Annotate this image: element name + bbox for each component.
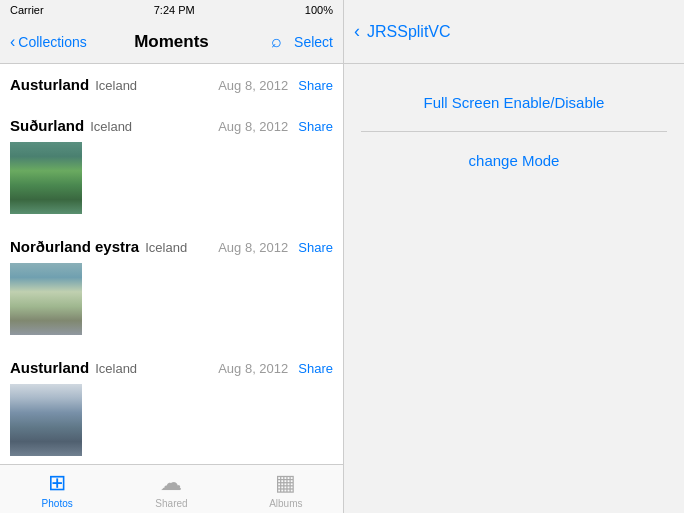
left-panel: Carrier 7:24 PM 100% ‹ Collections Momen…: [0, 0, 344, 513]
moment-group-2: Suðurland Iceland Aug 8, 2012 Share: [0, 105, 343, 226]
moment-group-1: Austurland Iceland Aug 8, 2012 Share: [0, 64, 343, 105]
moment-meta-1: Aug 8, 2012 Share: [218, 78, 333, 93]
battery-label: 100%: [305, 4, 333, 16]
shared-icon: ☁: [160, 470, 182, 496]
moment-region-4: Austurland: [10, 359, 89, 376]
chevron-left-icon: ‹: [10, 33, 15, 51]
right-back-button[interactable]: ‹ JRSSplitVC: [354, 21, 451, 42]
carrier-label: Carrier: [10, 4, 44, 16]
moment-location-1: Austurland Iceland: [10, 76, 137, 93]
moment-region-1: Austurland: [10, 76, 89, 93]
right-panel: ‹ JRSSplitVC Full Screen Enable/Disable …: [344, 0, 684, 513]
moment-share-3[interactable]: Share: [298, 240, 333, 255]
moment-location-2: Suðurland Iceland: [10, 117, 132, 134]
moment-country-4: Iceland: [95, 361, 137, 376]
photo-thumb-3[interactable]: [10, 263, 82, 335]
change-mode-button[interactable]: change Mode: [469, 152, 560, 169]
divider: [361, 131, 667, 132]
photos-icon: ⊞: [48, 470, 66, 496]
moment-header-4: Austurland Iceland Aug 8, 2012 Share: [0, 355, 343, 380]
back-button[interactable]: ‹ Collections: [10, 33, 87, 51]
moment-country-2: Iceland: [90, 119, 132, 134]
back-label: Collections: [18, 34, 86, 50]
moment-share-4[interactable]: Share: [298, 361, 333, 376]
scroll-area[interactable]: Austurland Iceland Aug 8, 2012 Share Suð…: [0, 64, 343, 464]
moment-date-3: Aug 8, 2012: [218, 240, 288, 255]
moment-group-4: Austurland Iceland Aug 8, 2012 Share: [0, 347, 343, 464]
moment-header-2: Suðurland Iceland Aug 8, 2012 Share: [0, 113, 343, 138]
right-chevron-left-icon: ‹: [354, 21, 360, 42]
moment-date-4: Aug 8, 2012: [218, 361, 288, 376]
tab-albums-label: Albums: [269, 498, 302, 509]
moment-country-3: Iceland: [145, 240, 187, 255]
tab-shared[interactable]: ☁ Shared: [114, 470, 228, 509]
moment-header-3: Norðurland eystra Iceland Aug 8, 2012 Sh…: [0, 234, 343, 259]
albums-icon: ▦: [275, 470, 296, 496]
time-label: 7:24 PM: [154, 4, 195, 16]
moment-country-1: Iceland: [95, 78, 137, 93]
moment-share-2[interactable]: Share: [298, 119, 333, 134]
right-nav-bar: ‹ JRSSplitVC: [344, 0, 684, 64]
search-icon[interactable]: ⌕: [271, 31, 282, 52]
photo-thumb-2[interactable]: [10, 142, 82, 214]
nav-title: Moments: [134, 32, 209, 52]
tab-bar: ⊞ Photos ☁ Shared ▦ Albums: [0, 464, 343, 513]
tab-photos[interactable]: ⊞ Photos: [0, 470, 114, 509]
right-content: Full Screen Enable/Disable change Mode: [344, 64, 684, 513]
select-button[interactable]: Select: [294, 34, 333, 50]
moment-date-2: Aug 8, 2012: [218, 119, 288, 134]
moment-header-1: Austurland Iceland Aug 8, 2012 Share: [0, 72, 343, 97]
tab-albums[interactable]: ▦ Albums: [229, 470, 343, 509]
nav-bar: ‹ Collections Moments ⌕ Select: [0, 20, 343, 64]
moment-location-3: Norðurland eystra Iceland: [10, 238, 187, 255]
status-bar: Carrier 7:24 PM 100%: [0, 0, 343, 20]
moment-meta-4: Aug 8, 2012 Share: [218, 361, 333, 376]
moment-group-3: Norðurland eystra Iceland Aug 8, 2012 Sh…: [0, 226, 343, 347]
full-screen-button[interactable]: Full Screen Enable/Disable: [424, 94, 605, 111]
tab-photos-label: Photos: [42, 498, 73, 509]
moment-region-3: Norðurland eystra: [10, 238, 139, 255]
moment-location-4: Austurland Iceland: [10, 359, 137, 376]
photo-thumb-4[interactable]: [10, 384, 82, 456]
moment-share-1[interactable]: Share: [298, 78, 333, 93]
right-nav-title: JRSSplitVC: [367, 23, 451, 41]
moment-date-1: Aug 8, 2012: [218, 78, 288, 93]
nav-actions: ⌕ Select: [271, 31, 333, 52]
moment-meta-2: Aug 8, 2012 Share: [218, 119, 333, 134]
tab-shared-label: Shared: [155, 498, 187, 509]
moment-meta-3: Aug 8, 2012 Share: [218, 240, 333, 255]
moment-region-2: Suðurland: [10, 117, 84, 134]
